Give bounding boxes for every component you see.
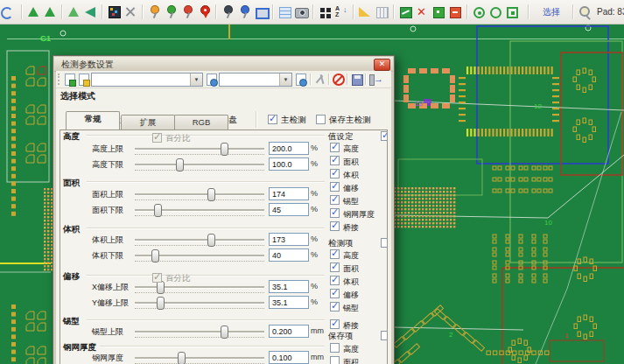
vs-offset-label[interactable]: 偏移 bbox=[343, 183, 359, 194]
location-marker-icon[interactable] bbox=[197, 4, 212, 20]
save-items-master-checkbox[interactable] bbox=[381, 331, 388, 340]
tab-general[interactable]: 常规 bbox=[66, 111, 120, 130]
chart-icon[interactable] bbox=[398, 4, 413, 20]
zoom-icon[interactable] bbox=[578, 4, 592, 20]
close-icon[interactable]: ✕ bbox=[374, 59, 390, 71]
vs-area-label[interactable]: 面积 bbox=[343, 157, 359, 168]
prism-outline-icon[interactable] bbox=[67, 4, 81, 20]
volume-lower-input[interactable] bbox=[269, 248, 309, 262]
si-height-checkbox[interactable] bbox=[330, 343, 340, 353]
main-inspect-checkbox[interactable] bbox=[268, 115, 277, 124]
height-lower-input[interactable] bbox=[269, 158, 309, 171]
cone-icon[interactable] bbox=[83, 4, 98, 20]
vs-offset-checkbox[interactable] bbox=[330, 182, 340, 192]
table-icon[interactable] bbox=[277, 4, 292, 20]
vs-volume-label[interactable]: 体积 bbox=[343, 170, 359, 181]
vs-bridge-checkbox[interactable] bbox=[330, 221, 340, 231]
load-params-icon[interactable] bbox=[63, 73, 76, 86]
ii-offset-checkbox[interactable] bbox=[330, 289, 340, 298]
vs-stencil-checkbox[interactable] bbox=[330, 208, 340, 218]
vs-solder-shape-label[interactable]: 锡型 bbox=[343, 196, 359, 207]
ii-offset-label[interactable]: 偏移 bbox=[343, 290, 359, 301]
solder-shape-upper-input[interactable] bbox=[269, 325, 309, 338]
apply-set-icon[interactable] bbox=[205, 73, 218, 86]
si-area-label[interactable]: 面积 bbox=[343, 357, 359, 364]
load-params2-icon[interactable] bbox=[77, 73, 90, 86]
history-icon[interactable] bbox=[3, 4, 18, 20]
disable-icon[interactable] bbox=[332, 73, 345, 86]
volume-upper-slider[interactable] bbox=[135, 233, 264, 247]
save-icon[interactable] bbox=[350, 73, 363, 86]
area-upper-input[interactable] bbox=[269, 187, 309, 200]
main-inspect-label[interactable]: 主检测 bbox=[281, 115, 306, 126]
square-target-icon[interactable] bbox=[505, 4, 520, 20]
area-upper-slider[interactable] bbox=[135, 187, 264, 201]
save-main-inspect-label[interactable]: 保存主检测 bbox=[329, 115, 371, 126]
image-icon[interactable] bbox=[107, 4, 122, 20]
pin-orange-icon[interactable] bbox=[147, 4, 162, 20]
tab-extended[interactable]: 扩展 bbox=[121, 115, 175, 130]
offset-y-slider[interactable] bbox=[135, 296, 264, 310]
offset-x-input[interactable] bbox=[269, 280, 309, 293]
vs-volume-checkbox[interactable] bbox=[330, 169, 340, 178]
square-red-icon[interactable] bbox=[448, 4, 463, 20]
save-main-inspect-checkbox[interactable] bbox=[316, 115, 326, 124]
vs-stencil-label[interactable]: 钢网厚度 bbox=[343, 209, 375, 220]
circle-target-icon[interactable] bbox=[472, 4, 487, 20]
volume-upper-input[interactable] bbox=[269, 233, 309, 246]
value-setting-master-checkbox[interactable] bbox=[381, 131, 388, 141]
pin-red-icon[interactable] bbox=[180, 4, 195, 20]
pin-blue-icon[interactable] bbox=[237, 4, 252, 20]
height-lower-slider[interactable] bbox=[135, 158, 264, 172]
param-set2-combo[interactable]: ▼ bbox=[219, 73, 292, 87]
area-lower-slider[interactable] bbox=[135, 203, 264, 217]
si-area-checkbox[interactable] bbox=[330, 356, 340, 364]
tools-icon[interactable] bbox=[123, 4, 138, 20]
vs-height-label[interactable]: 高度 bbox=[343, 144, 359, 155]
prism-green2-icon[interactable] bbox=[43, 4, 58, 20]
ii-height-label[interactable]: 高度 bbox=[343, 250, 359, 262]
area-lower-input[interactable] bbox=[269, 203, 309, 216]
dialog-titlebar[interactable]: 检测参数设置 ✕ bbox=[54, 57, 393, 72]
delete-icon[interactable]: ✕ bbox=[415, 4, 430, 20]
toolbar-grip[interactable] bbox=[58, 74, 62, 85]
sort-az-icon[interactable]: AZ bbox=[334, 4, 349, 20]
volume-lower-slider[interactable] bbox=[135, 248, 264, 262]
ii-solder-shape-checkbox[interactable] bbox=[330, 302, 340, 312]
param-set-combo[interactable]: ▼ bbox=[91, 73, 203, 87]
height-upper-input[interactable] bbox=[269, 142, 309, 155]
si-height-label[interactable]: 高度 bbox=[343, 344, 359, 355]
ii-volume-label[interactable]: 体积 bbox=[343, 276, 359, 288]
ii-area-checkbox[interactable] bbox=[330, 262, 340, 272]
ruler-icon[interactable] bbox=[358, 4, 373, 20]
vs-area-checkbox[interactable] bbox=[330, 156, 340, 165]
rect-select-icon[interactable] bbox=[254, 4, 269, 20]
stencil-thickness-slider[interactable] bbox=[135, 351, 264, 364]
pin-dark-icon[interactable] bbox=[221, 4, 235, 20]
square-green-icon[interactable] bbox=[431, 4, 446, 20]
offset-y-input[interactable] bbox=[269, 296, 309, 309]
ii-height-checkbox[interactable] bbox=[330, 249, 340, 259]
apply-set2-icon[interactable] bbox=[294, 73, 307, 86]
camera-icon[interactable] bbox=[294, 4, 309, 20]
edit-icon[interactable] bbox=[313, 73, 326, 86]
select-mode-button[interactable]: 选择 bbox=[539, 6, 564, 18]
vs-bridge-label[interactable]: 桥接 bbox=[343, 222, 359, 234]
ii-area-label[interactable]: 面积 bbox=[343, 263, 359, 275]
solder-shape-upper-slider[interactable] bbox=[135, 325, 264, 339]
ii-solder-shape-label[interactable]: 锡型 bbox=[343, 303, 359, 314]
inspect-items-master-checkbox[interactable] bbox=[381, 238, 388, 248]
circle-icon[interactable] bbox=[488, 4, 503, 20]
pin-green-icon[interactable] bbox=[164, 4, 179, 20]
ii-bridge-checkbox[interactable] bbox=[330, 319, 340, 329]
exit-icon[interactable] bbox=[368, 73, 382, 86]
ii-volume-checkbox[interactable] bbox=[330, 276, 340, 285]
height-upper-slider[interactable] bbox=[135, 142, 264, 156]
grid-icon[interactable] bbox=[375, 4, 389, 20]
stencil-thickness-input[interactable] bbox=[269, 351, 309, 364]
prism-green-icon[interactable] bbox=[26, 4, 41, 20]
vs-solder-shape-checkbox[interactable] bbox=[330, 195, 340, 205]
tiles-icon[interactable] bbox=[318, 4, 333, 20]
vs-height-checkbox[interactable] bbox=[330, 143, 340, 152]
tab-rgb[interactable]: RGB bbox=[174, 115, 228, 130]
